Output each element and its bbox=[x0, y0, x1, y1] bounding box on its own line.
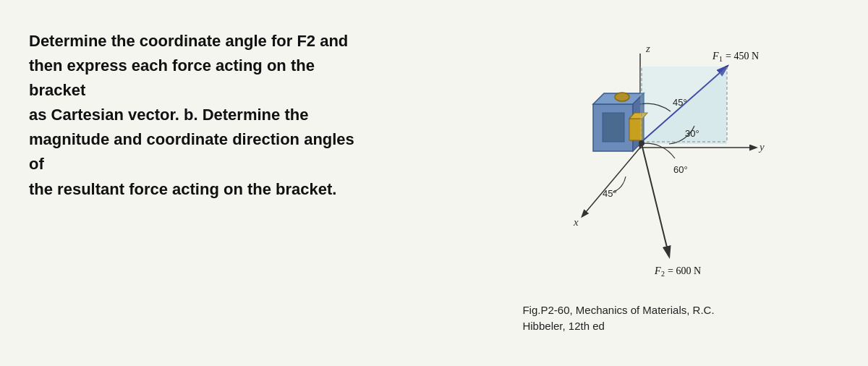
caption: Fig.P2-60, Mechanics of Materials, R.C. … bbox=[522, 302, 714, 335]
svg-text:F: F bbox=[654, 265, 661, 276]
svg-text:z: z bbox=[645, 43, 650, 54]
svg-text:30°: 30° bbox=[685, 128, 699, 139]
caption-line2: Hibbeler, 12th ed bbox=[522, 320, 604, 332]
svg-text:1: 1 bbox=[719, 55, 723, 63]
text-line3: as Cartesian vector. b. Determine the bbox=[29, 106, 308, 124]
problem-text: Determine the coordinate angle for F2 an… bbox=[29, 29, 354, 202]
right-panel: z y x bbox=[376, 0, 868, 366]
svg-text:2: 2 bbox=[661, 270, 665, 278]
text-line4: magnitude and coordinate direction angle… bbox=[29, 130, 354, 173]
caption-line1: Fig.P2-60, Mechanics of Materials, R.C. bbox=[522, 304, 714, 316]
svg-text:45°: 45° bbox=[673, 97, 687, 108]
svg-text:60°: 60° bbox=[673, 164, 688, 175]
svg-text:= 600 N: = 600 N bbox=[668, 265, 701, 276]
text-line5: the resultant force acting on the bracke… bbox=[29, 180, 336, 198]
svg-point-31 bbox=[639, 140, 644, 146]
text-line2: then express each force acting on the br… bbox=[29, 56, 315, 99]
svg-text:x: x bbox=[573, 216, 579, 228]
diagram-container: z y x bbox=[445, 32, 792, 299]
svg-text:F: F bbox=[712, 51, 719, 61]
svg-text:y: y bbox=[758, 141, 765, 153]
svg-text:45°: 45° bbox=[603, 188, 617, 199]
svg-point-11 bbox=[615, 93, 629, 101]
svg-rect-0 bbox=[445, 32, 792, 292]
left-panel: Determine the coordinate angle for F2 an… bbox=[0, 0, 376, 366]
diagram-svg: z y x bbox=[445, 32, 792, 292]
svg-rect-10 bbox=[603, 113, 624, 142]
text-line1: Determine the coordinate angle for F2 an… bbox=[29, 32, 348, 50]
svg-text:= 450 N: = 450 N bbox=[726, 51, 759, 61]
